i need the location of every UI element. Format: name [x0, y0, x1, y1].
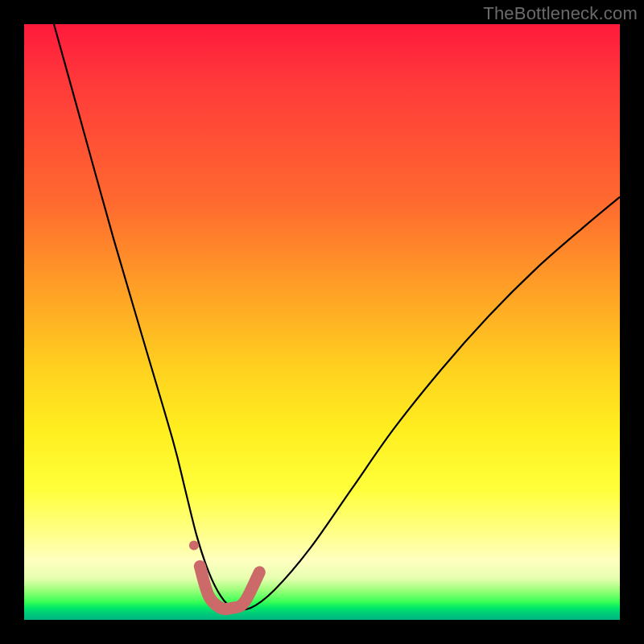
highlight-dot-icon: [189, 541, 199, 551]
watermark-text: TheBottleneck.com: [483, 3, 638, 24]
bottleneck-curve: [54, 24, 620, 610]
chart-frame: TheBottleneck.com: [0, 0, 644, 644]
chart-svg: [24, 24, 620, 620]
plot-area: [24, 24, 620, 620]
